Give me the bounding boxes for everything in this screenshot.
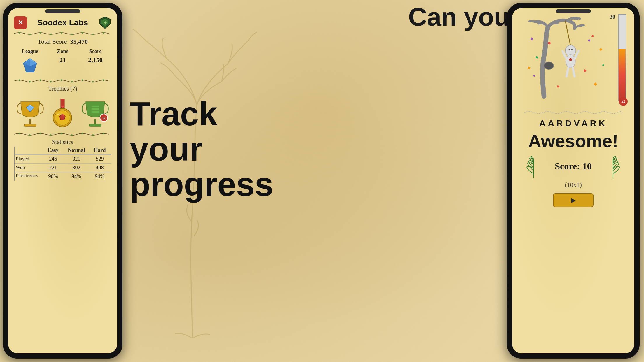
shield-icon: ✦ [99, 16, 111, 29]
zone-label: Zone [47, 48, 79, 55]
svg-point-20 [40, 80, 41, 81]
svg-point-46 [50, 134, 52, 136]
svg-point-44 [29, 134, 30, 136]
played-easy: 246 [41, 156, 65, 162]
score-value: 2,150 [79, 56, 111, 75]
trophies-label: Trophies (7) [14, 85, 111, 92]
svg-rect-57 [530, 37, 533, 40]
svg-point-6 [50, 34, 52, 35]
svg-rect-62 [533, 75, 535, 77]
continue-button-area: ▶ [517, 193, 629, 207]
statistics-label: Statistics [14, 139, 111, 145]
svg-rect-58 [592, 35, 594, 37]
svg-point-25 [92, 81, 94, 82]
svg-point-11 [103, 32, 104, 34]
svg-rect-61 [583, 69, 586, 72]
wavy-divider [517, 110, 629, 115]
svg-point-68 [588, 39, 590, 41]
svg-rect-60 [536, 56, 538, 59]
svg-point-51 [103, 133, 104, 134]
svg-text:x2: x2 [102, 116, 106, 120]
vine-divider-2 [14, 78, 111, 84]
score-section: Score: 10 [555, 161, 592, 172]
svg-point-4 [29, 34, 30, 35]
svg-point-43 [18, 133, 20, 134]
trophy-2 [47, 97, 78, 129]
svg-rect-65 [602, 64, 604, 66]
score-formula: (10x1) [517, 181, 629, 189]
won-easy: 221 [41, 165, 65, 171]
svg-point-8 [71, 34, 73, 35]
statistics-grid: Easy Normal Hard Played 246 321 529 Won [14, 147, 111, 181]
league-stats: League Zone Score 21 [14, 48, 111, 75]
svg-point-10 [92, 34, 94, 35]
svg-point-24 [82, 80, 83, 81]
svg-point-21 [50, 81, 52, 82]
league-label: League [14, 48, 46, 55]
phone-left-frame: ✕ Soodex Labs ✦ [3, 3, 123, 359]
phone-left: ✕ Soodex Labs ✦ [0, 0, 125, 362]
vine-divider-3 [14, 132, 111, 137]
svg-point-45 [40, 133, 41, 134]
leaves-score-row: Score: 10 [517, 153, 629, 179]
svg-point-56 [569, 58, 572, 61]
score-label: Score [79, 48, 111, 55]
svg-rect-66 [528, 67, 530, 69]
svg-point-50 [92, 134, 94, 136]
phone-right-screen: 30 x2 [512, 8, 634, 353]
right-leaf [603, 153, 623, 179]
svg-point-23 [71, 81, 73, 82]
svg-point-55 [566, 55, 575, 68]
phone-left-screen: ✕ Soodex Labs ✦ [8, 8, 117, 353]
hangman-area: 30 x2 [517, 14, 629, 107]
svg-point-47 [61, 133, 62, 134]
result-text: Awesome! [517, 131, 629, 151]
svg-rect-59 [599, 48, 602, 51]
svg-point-18 [18, 80, 20, 81]
progress-bar [618, 14, 626, 101]
row-played-label: Played [15, 156, 41, 162]
trophy-3: x2 [80, 97, 111, 129]
vine-divider-1 [14, 31, 111, 36]
trophy-1 [15, 97, 46, 129]
multiplier-badge: x2 [619, 97, 628, 106]
svg-point-52 [544, 62, 554, 70]
phone-right-frame: 30 x2 [507, 3, 640, 359]
app-title: Soodex Labs [37, 18, 88, 27]
col-hard: Hard [88, 147, 111, 153]
played-normal: 321 [65, 156, 88, 162]
svg-point-7 [61, 32, 62, 34]
svg-point-26 [103, 80, 104, 81]
won-normal: 302 [65, 165, 88, 171]
trophies-row: x2 [14, 94, 111, 129]
svg-point-5 [40, 32, 41, 34]
close-icon[interactable]: ✕ [14, 16, 27, 29]
promo-text: Track your progress [130, 96, 273, 202]
col-easy: Easy [41, 147, 65, 153]
total-score: Total Score 35,470 [14, 38, 111, 45]
row-won-label: Won [15, 165, 41, 171]
row-effectiveness-label: Effectiveness [15, 173, 41, 180]
played-hard: 529 [88, 156, 111, 162]
left-leaf [523, 153, 544, 179]
col-normal: Normal [65, 147, 88, 153]
svg-rect-63 [594, 82, 597, 86]
zone-value: 21 [47, 56, 79, 75]
won-hard: 498 [88, 165, 111, 171]
hangman-illustration [517, 14, 616, 101]
svg-rect-28 [24, 124, 36, 126]
svg-point-49 [82, 133, 83, 134]
svg-text:✦: ✦ [103, 20, 107, 25]
svg-rect-64 [557, 85, 559, 87]
svg-point-3 [18, 32, 20, 34]
phone-right: 30 x2 [501, 0, 644, 362]
effectiveness-easy: 90% [41, 173, 65, 180]
gem-icon [22, 57, 38, 73]
promo-line1: Track your progress [130, 96, 273, 202]
svg-point-48 [71, 134, 73, 136]
svg-point-22 [61, 80, 62, 81]
timer-label: 30 [610, 14, 615, 20]
continue-button[interactable]: ▶ [553, 193, 594, 207]
svg-point-19 [29, 81, 30, 82]
score-display: Score: 10 [555, 161, 592, 172]
